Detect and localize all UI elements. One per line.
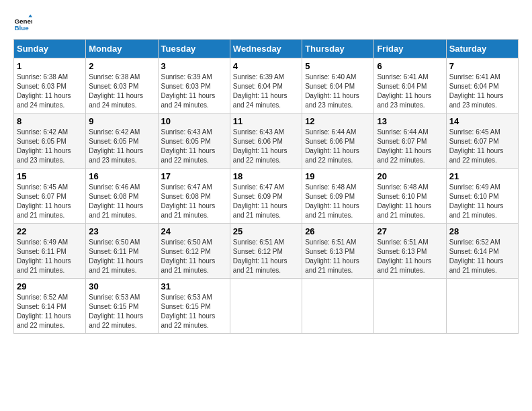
calendar-cell: 24 Sunrise: 6:50 AMSunset: 6:12 PMDaylig… xyxy=(158,224,230,279)
day-info: Sunrise: 6:45 AMSunset: 6:07 PMDaylight:… xyxy=(17,183,71,219)
day-info: Sunrise: 6:41 AMSunset: 6:04 PMDaylight:… xyxy=(449,73,504,109)
calendar-cell: 21 Sunrise: 6:49 AMSunset: 6:10 PMDaylig… xyxy=(446,169,518,224)
calendar-cell: 15 Sunrise: 6:45 AMSunset: 6:07 PMDaylig… xyxy=(14,169,86,224)
day-info: Sunrise: 6:41 AMSunset: 6:04 PMDaylight:… xyxy=(377,73,431,109)
calendar-cell: 8 Sunrise: 6:42 AMSunset: 6:05 PMDayligh… xyxy=(14,113,86,169)
calendar-cell: 16 Sunrise: 6:46 AMSunset: 6:08 PMDaylig… xyxy=(86,169,158,224)
calendar-cell: 7 Sunrise: 6:41 AMSunset: 6:04 PMDayligh… xyxy=(446,58,518,113)
day-number: 13 xyxy=(377,116,443,126)
day-number: 2 xyxy=(89,61,154,71)
calendar-cell: 25 Sunrise: 6:51 AMSunset: 6:12 PMDaylig… xyxy=(230,224,302,279)
day-info: Sunrise: 6:52 AMSunset: 6:14 PMDaylight:… xyxy=(17,293,71,329)
day-info: Sunrise: 6:53 AMSunset: 6:15 PMDaylight:… xyxy=(161,293,216,329)
calendar-table: SundayMondayTuesdayWednesdayThursdayFrid… xyxy=(13,39,519,334)
day-info: Sunrise: 6:50 AMSunset: 6:11 PMDaylight:… xyxy=(89,238,143,274)
day-number: 20 xyxy=(377,171,443,181)
calendar-cell: 6 Sunrise: 6:41 AMSunset: 6:04 PMDayligh… xyxy=(374,58,446,113)
day-info: Sunrise: 6:45 AMSunset: 6:07 PMDaylight:… xyxy=(449,128,504,164)
day-number: 27 xyxy=(377,226,443,236)
calendar-week-1: 1 Sunrise: 6:38 AMSunset: 6:03 PMDayligh… xyxy=(14,58,519,113)
calendar-cell: 13 Sunrise: 6:44 AMSunset: 6:07 PMDaylig… xyxy=(374,113,446,169)
calendar-cell: 14 Sunrise: 6:45 AMSunset: 6:07 PMDaylig… xyxy=(446,113,518,169)
calendar-week-4: 22 Sunrise: 6:49 AMSunset: 6:11 PMDaylig… xyxy=(14,224,519,279)
day-info: Sunrise: 6:48 AMSunset: 6:09 PMDaylight:… xyxy=(305,183,359,219)
day-info: Sunrise: 6:49 AMSunset: 6:11 PMDaylight:… xyxy=(17,238,71,274)
day-number: 31 xyxy=(161,281,227,291)
day-header-thursday: Thursday xyxy=(302,40,374,58)
calendar-header-row: SundayMondayTuesdayWednesdayThursdayFrid… xyxy=(14,40,519,58)
day-number: 25 xyxy=(233,226,299,236)
day-number: 17 xyxy=(161,171,227,181)
day-header-tuesday: Tuesday xyxy=(158,40,230,58)
day-number: 9 xyxy=(89,116,154,126)
calendar-cell: 1 Sunrise: 6:38 AMSunset: 6:03 PMDayligh… xyxy=(14,58,86,113)
calendar-cell: 20 Sunrise: 6:48 AMSunset: 6:10 PMDaylig… xyxy=(374,169,446,224)
day-number: 18 xyxy=(233,171,299,181)
day-info: Sunrise: 6:49 AMSunset: 6:10 PMDaylight:… xyxy=(449,183,504,219)
day-info: Sunrise: 6:48 AMSunset: 6:10 PMDaylight:… xyxy=(377,183,431,219)
calendar-cell: 5 Sunrise: 6:40 AMSunset: 6:04 PMDayligh… xyxy=(302,58,374,113)
day-info: Sunrise: 6:39 AMSunset: 6:04 PMDaylight:… xyxy=(233,73,287,109)
calendar-cell: 23 Sunrise: 6:50 AMSunset: 6:11 PMDaylig… xyxy=(86,224,158,279)
calendar-cell: 2 Sunrise: 6:38 AMSunset: 6:03 PMDayligh… xyxy=(86,58,158,113)
calendar-cell: 31 Sunrise: 6:53 AMSunset: 6:15 PMDaylig… xyxy=(158,279,230,334)
calendar-cell: 12 Sunrise: 6:44 AMSunset: 6:06 PMDaylig… xyxy=(302,113,374,169)
day-number: 26 xyxy=(305,226,371,236)
day-header-monday: Monday xyxy=(86,40,158,58)
day-info: Sunrise: 6:52 AMSunset: 6:14 PMDaylight:… xyxy=(449,238,504,274)
calendar-cell: 30 Sunrise: 6:53 AMSunset: 6:15 PMDaylig… xyxy=(86,279,158,334)
day-header-saturday: Saturday xyxy=(446,40,518,58)
day-number: 23 xyxy=(89,226,154,236)
day-number: 8 xyxy=(17,116,83,126)
day-number: 12 xyxy=(305,116,371,126)
day-number: 15 xyxy=(17,171,83,181)
day-info: Sunrise: 6:38 AMSunset: 6:03 PMDaylight:… xyxy=(89,73,143,109)
day-info: Sunrise: 6:44 AMSunset: 6:06 PMDaylight:… xyxy=(305,128,359,164)
day-number: 14 xyxy=(449,116,515,126)
day-number: 21 xyxy=(449,171,515,181)
calendar-week-3: 15 Sunrise: 6:45 AMSunset: 6:07 PMDaylig… xyxy=(14,169,519,224)
day-info: Sunrise: 6:47 AMSunset: 6:08 PMDaylight:… xyxy=(161,183,216,219)
day-number: 4 xyxy=(233,61,299,71)
day-number: 30 xyxy=(89,281,154,291)
day-info: Sunrise: 6:46 AMSunset: 6:08 PMDaylight:… xyxy=(89,183,143,219)
day-number: 5 xyxy=(305,61,371,71)
day-info: Sunrise: 6:43 AMSunset: 6:06 PMDaylight:… xyxy=(233,128,287,164)
calendar-cell: 9 Sunrise: 6:42 AMSunset: 6:05 PMDayligh… xyxy=(86,113,158,169)
calendar-cell: 10 Sunrise: 6:43 AMSunset: 6:05 PMDaylig… xyxy=(158,113,230,169)
day-number: 11 xyxy=(233,116,299,126)
day-info: Sunrise: 6:38 AMSunset: 6:03 PMDaylight:… xyxy=(17,73,71,109)
svg-marker-2 xyxy=(28,14,32,17)
logo: General Blue xyxy=(13,13,35,32)
page-header: General Blue xyxy=(13,13,519,32)
day-info: Sunrise: 6:42 AMSunset: 6:05 PMDaylight:… xyxy=(17,128,71,164)
calendar-cell: 29 Sunrise: 6:52 AMSunset: 6:14 PMDaylig… xyxy=(14,279,86,334)
day-number: 16 xyxy=(89,171,154,181)
day-number: 10 xyxy=(161,116,227,126)
calendar-cell xyxy=(302,279,374,334)
day-number: 22 xyxy=(17,226,83,236)
day-number: 29 xyxy=(17,281,83,291)
day-number: 1 xyxy=(17,61,83,71)
day-number: 28 xyxy=(449,226,515,236)
day-number: 6 xyxy=(377,61,443,71)
calendar-cell: 18 Sunrise: 6:47 AMSunset: 6:09 PMDaylig… xyxy=(230,169,302,224)
calendar-cell: 4 Sunrise: 6:39 AMSunset: 6:04 PMDayligh… xyxy=(230,58,302,113)
day-info: Sunrise: 6:39 AMSunset: 6:03 PMDaylight:… xyxy=(161,73,216,109)
day-info: Sunrise: 6:47 AMSunset: 6:09 PMDaylight:… xyxy=(233,183,287,219)
calendar-cell: 17 Sunrise: 6:47 AMSunset: 6:08 PMDaylig… xyxy=(158,169,230,224)
day-number: 19 xyxy=(305,171,371,181)
day-info: Sunrise: 6:53 AMSunset: 6:15 PMDaylight:… xyxy=(89,293,143,329)
calendar-cell: 22 Sunrise: 6:49 AMSunset: 6:11 PMDaylig… xyxy=(14,224,86,279)
day-header-wednesday: Wednesday xyxy=(230,40,302,58)
day-info: Sunrise: 6:42 AMSunset: 6:05 PMDaylight:… xyxy=(89,128,143,164)
day-info: Sunrise: 6:51 AMSunset: 6:13 PMDaylight:… xyxy=(377,238,431,274)
calendar-cell: 28 Sunrise: 6:52 AMSunset: 6:14 PMDaylig… xyxy=(446,224,518,279)
day-number: 3 xyxy=(161,61,227,71)
day-info: Sunrise: 6:50 AMSunset: 6:12 PMDaylight:… xyxy=(161,238,216,274)
day-number: 7 xyxy=(449,61,515,71)
day-header-friday: Friday xyxy=(374,40,446,58)
calendar-cell: 27 Sunrise: 6:51 AMSunset: 6:13 PMDaylig… xyxy=(374,224,446,279)
day-info: Sunrise: 6:43 AMSunset: 6:05 PMDaylight:… xyxy=(161,128,216,164)
logo-icon: General Blue xyxy=(13,13,32,32)
